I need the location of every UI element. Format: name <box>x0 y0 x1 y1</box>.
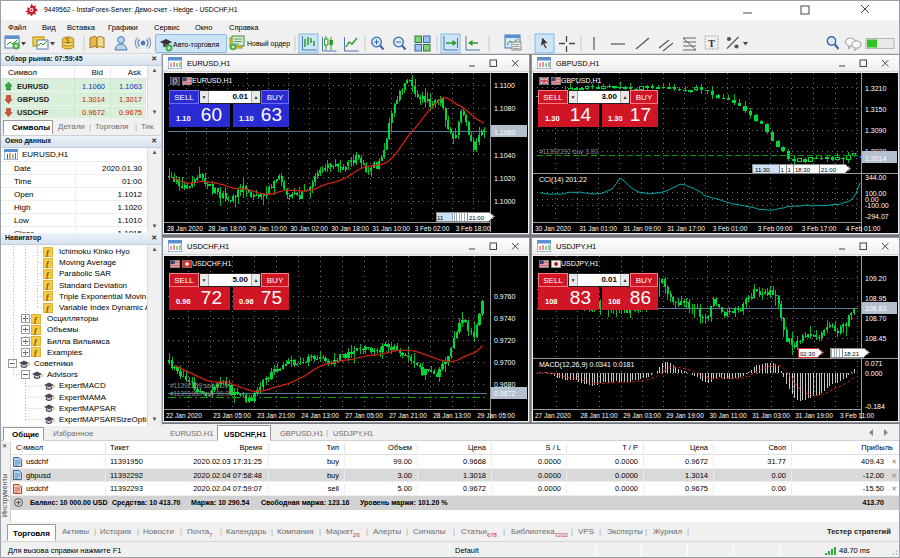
svg-text:30 Jan 18:00: 30 Jan 18:00 <box>331 225 369 232</box>
svg-text:3 Feb 09:00: 3 Feb 09:00 <box>758 225 793 232</box>
svg-text:0.9672: 0.9672 <box>494 390 516 397</box>
svg-text:0.9760: 0.9760 <box>494 293 516 300</box>
svg-text:108.83: 108.83 <box>865 305 887 312</box>
svg-text:28 Jan 18:00: 28 Jan 18:00 <box>208 225 246 232</box>
svg-text:31 Jan 03:00: 31 Jan 03:00 <box>752 412 790 419</box>
svg-text:29 Jan 05:00: 29 Jan 05:00 <box>477 412 515 419</box>
svg-text:108.95: 108.95 <box>865 295 887 302</box>
svg-text:1.1080: 1.1080 <box>494 105 516 112</box>
svg-text:31 Jan 19:00: 31 Jan 19:00 <box>795 412 833 419</box>
svg-text:3 Feb 02:00: 3 Feb 02:00 <box>415 225 450 232</box>
svg-text:0.9740: 0.9740 <box>494 315 516 322</box>
svg-text:0.000: 0.000 <box>865 370 883 377</box>
svg-text:#11391950 buy 99.00: #11391950 buy 99.00 <box>170 390 233 398</box>
svg-text:0.9700: 0.9700 <box>494 359 516 366</box>
svg-text:#11392292 buy 3.00: #11392292 buy 3.00 <box>539 148 598 156</box>
svg-text:30 Jan 02:00: 30 Jan 02:00 <box>290 225 328 232</box>
svg-text:28 Jan 13:00: 28 Jan 13:00 <box>433 412 471 419</box>
svg-text:1.3090: 1.3090 <box>865 127 887 134</box>
svg-text:109.20: 109.20 <box>865 275 887 282</box>
svg-text:31 Jan 17:00: 31 Jan 17:00 <box>667 225 705 232</box>
svg-text:1.1000: 1.1000 <box>494 198 516 205</box>
svg-text:0.9680: 0.9680 <box>494 381 516 388</box>
svg-text:108.45: 108.45 <box>865 335 887 342</box>
svg-text:27 Jan 21:00: 27 Jan 21:00 <box>389 412 427 419</box>
svg-text:3 Feb 17:00: 3 Feb 17:00 <box>802 225 837 232</box>
svg-text:-100.00: -100.00 <box>865 202 889 209</box>
svg-text:#11392259 sell 5.00: #11392259 sell 5.00 <box>170 382 228 389</box>
svg-text:1.3150: 1.3150 <box>865 106 887 113</box>
svg-text:344.00: 344.00 <box>865 174 887 181</box>
svg-text:30 Jan 2020: 30 Jan 2020 <box>535 225 571 232</box>
svg-text:11:30: 11:30 <box>755 167 770 173</box>
svg-text:3 Feb 18:00: 3 Feb 18:00 <box>456 225 491 232</box>
svg-text:1.1020: 1.1020 <box>494 175 516 182</box>
svg-text:22 Jan 2020: 22 Jan 2020 <box>166 412 202 419</box>
svg-text:28 Jan 11:00: 28 Jan 11:00 <box>580 412 617 419</box>
svg-text:31 Jan 09:00: 31 Jan 09:00 <box>623 225 661 232</box>
svg-text:27 Jan 2020: 27 Jan 2020 <box>535 412 571 419</box>
svg-text:31 Jan 01:00: 31 Jan 01:00 <box>579 225 617 232</box>
svg-text:28 Jan 2020: 28 Jan 2020 <box>167 225 203 232</box>
svg-text:MACD(12,26,9) 0.0341 0.0181: MACD(12,26,9) 0.0341 0.0181 <box>539 361 634 369</box>
svg-text:3 Feb 01:00: 3 Feb 01:00 <box>713 225 748 232</box>
svg-text:30 Jan 11:00: 30 Jan 11:00 <box>709 412 746 419</box>
svg-text:02:30: 02:30 <box>800 351 816 357</box>
svg-text:108.70: 108.70 <box>865 315 887 322</box>
svg-text:29 Jan 03:00: 29 Jan 03:00 <box>623 412 661 419</box>
svg-text:18:30: 18:30 <box>795 167 811 173</box>
svg-text:0.9720: 0.9720 <box>494 337 516 344</box>
svg-text:18:21: 18:21 <box>844 351 860 357</box>
svg-text:1.1040: 1.1040 <box>494 152 516 159</box>
svg-text:21:00: 21:00 <box>469 215 485 221</box>
svg-text:21:00: 21:00 <box>821 167 837 173</box>
svg-text:0.071: 0.071 <box>865 360 883 367</box>
svg-text:T: T <box>708 38 715 49</box>
svg-text:1.1100: 1.1100 <box>494 82 515 89</box>
svg-text:23 Jan 21:00: 23 Jan 21:00 <box>257 412 295 419</box>
svg-text:24 Jan 13:00: 24 Jan 13:00 <box>301 412 339 419</box>
svg-text:29 Jan 10:00: 29 Jan 10:00 <box>249 225 287 232</box>
svg-text:23 Jan 05:00: 23 Jan 05:00 <box>213 412 251 419</box>
svg-text:3 Feb 11:00: 3 Feb 11:00 <box>840 412 875 419</box>
svg-text:-294.07: -294.07 <box>865 213 889 220</box>
svg-text:29 Jan 19:00: 29 Jan 19:00 <box>666 412 704 419</box>
svg-text:CCI(14) 201.22: CCI(14) 201.22 <box>539 176 587 184</box>
svg-text:1.3014: 1.3014 <box>865 155 887 162</box>
svg-text:4 Feb 01:00: 4 Feb 01:00 <box>846 225 881 232</box>
svg-text:1.1060: 1.1060 <box>494 129 516 136</box>
svg-text:27 Jan 05:00: 27 Jan 05:00 <box>345 412 383 419</box>
svg-text:31 Jan 10:00: 31 Jan 10:00 <box>372 225 410 232</box>
svg-text:11: 11 <box>437 215 444 221</box>
svg-text:-0.184: -0.184 <box>865 403 885 410</box>
svg-text:1.3210: 1.3210 <box>865 85 887 92</box>
